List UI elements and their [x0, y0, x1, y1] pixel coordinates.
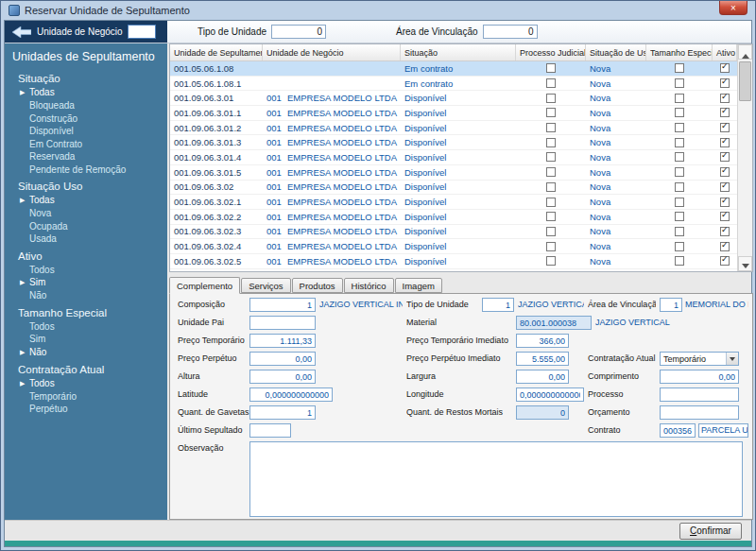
tab-historico[interactable]: Histórico	[344, 278, 394, 293]
unidade-pai-field[interactable]	[249, 316, 316, 330]
sidebar-item-em-contrato[interactable]: Em Contrato	[5, 138, 167, 151]
ativo-checkbox[interactable]	[720, 152, 730, 162]
tamanho-especial-checkbox[interactable]	[675, 198, 684, 207]
tab-complemento[interactable]: Complemento	[169, 277, 240, 294]
preco-perpetuo-field[interactable]	[249, 352, 316, 366]
tamanho-especial-checkbox[interactable]	[675, 227, 684, 236]
grid-row[interactable]: 001.09.06.3.02.1001EMPRESA MODELO LTDADi…	[170, 195, 737, 210]
grid-row[interactable]: 001.09.06.3.01.5001EMPRESA MODELO LTDADi…	[170, 165, 737, 181]
ultimo-sepultado-field[interactable]	[249, 423, 291, 438]
tamanho-especial-checkbox[interactable]	[675, 212, 684, 221]
grid-row[interactable]: 001.09.06.3.02001EMPRESA MODELO LTDADisp…	[170, 181, 737, 196]
chevron-down-icon[interactable]	[726, 353, 738, 365]
quant-restos-field[interactable]	[516, 405, 569, 420]
sidebar-item-nova[interactable]: Nova	[5, 207, 167, 220]
grid-scrollbar[interactable]	[737, 44, 752, 271]
back-arrow-icon[interactable]	[12, 26, 31, 38]
longitude-field[interactable]	[516, 387, 584, 402]
preco-temporario-field[interactable]	[249, 334, 316, 348]
ativo-checkbox[interactable]	[720, 212, 730, 221]
contrato-field[interactable]	[660, 423, 696, 438]
tamanho-especial-checkbox[interactable]	[675, 138, 684, 147]
processo-judicial-checkbox[interactable]	[546, 108, 556, 117]
tamanho-especial-checkbox[interactable]	[675, 242, 684, 251]
largura-field[interactable]	[516, 370, 569, 384]
processo-judicial-checkbox[interactable]	[546, 182, 556, 192]
column-header-tamanho-especial[interactable]: Tamanho Especial	[646, 44, 713, 60]
grid-row[interactable]: 001.09.06.3.01.3001EMPRESA MODELO LTDADi…	[170, 135, 737, 150]
grid-row[interactable]: 001.09.06.3.02.3001EMPRESA MODELO LTDADi…	[170, 225, 737, 240]
sidebar-item-ocupada[interactable]: Ocupada	[5, 220, 167, 233]
area-vinculacao-field[interactable]	[660, 298, 682, 312]
ativo-checkbox[interactable]	[720, 94, 730, 103]
grid-row[interactable]: 001.05.06.1.08Em contratoNova	[170, 61, 737, 77]
tipo-unidade-field[interactable]	[482, 298, 514, 312]
column-header-unidade-de-negocio[interactable]: Unidade de Negócio	[263, 44, 401, 60]
sidebar-item-sim[interactable]: Sim	[5, 333, 167, 346]
sidebar-item-temporario[interactable]: Temporário	[5, 390, 167, 404]
processo-judicial-checkbox[interactable]	[546, 167, 556, 177]
ativo-checkbox[interactable]	[720, 123, 730, 132]
observacao-field[interactable]	[249, 441, 743, 517]
sidebar-item-todos[interactable]: ▶Todos	[5, 377, 167, 390]
tab-imagem[interactable]: Imagem	[395, 278, 442, 293]
processo-judicial-checkbox[interactable]	[546, 78, 556, 88]
sidebar-item-nao[interactable]: ▶Não	[5, 346, 167, 359]
processo-judicial-checkbox[interactable]	[546, 94, 556, 103]
tamanho-especial-checkbox[interactable]	[675, 182, 684, 192]
ativo-checkbox[interactable]	[720, 78, 730, 88]
preco-perpetuo-imediato-field[interactable]	[516, 352, 569, 366]
sidebar-item-todos[interactable]: Todos	[5, 264, 167, 277]
processo-judicial-checkbox[interactable]	[546, 152, 556, 162]
quant-gavetas-field[interactable]	[249, 405, 316, 420]
tab-produtos[interactable]: Produtos	[292, 278, 343, 293]
grid-row[interactable]: 001.09.06.3.01001EMPRESA MODELO LTDADisp…	[170, 91, 737, 106]
tamanho-especial-checkbox[interactable]	[675, 152, 684, 162]
tab-servicos[interactable]: Serviços	[241, 278, 290, 293]
composicao-field[interactable]	[249, 298, 316, 312]
ativo-checkbox[interactable]	[720, 242, 730, 251]
ativo-checkbox[interactable]	[720, 63, 730, 73]
ativo-checkbox[interactable]	[720, 108, 730, 117]
ativo-checkbox[interactable]	[720, 256, 730, 266]
sidebar-item-todas[interactable]: ▶Todas	[5, 194, 167, 207]
column-header-situacao-de-uso[interactable]: Situação de Uso	[586, 44, 646, 60]
unit-type-input[interactable]	[271, 25, 326, 39]
close-button[interactable]: ×	[719, 1, 747, 15]
processo-judicial-checkbox[interactable]	[546, 212, 556, 221]
processo-judicial-checkbox[interactable]	[546, 256, 556, 266]
preco-temporario-imediato-field[interactable]	[516, 334, 569, 348]
business-unit-input[interactable]	[128, 25, 156, 39]
grid-row[interactable]: 001.09.06.3.02.4001EMPRESA MODELO LTDADi…	[170, 239, 737, 254]
scroll-up-icon[interactable]	[738, 44, 752, 60]
tamanho-especial-checkbox[interactable]	[675, 167, 684, 177]
tamanho-especial-checkbox[interactable]	[675, 94, 684, 103]
grid-row[interactable]: 001.09.06.3.01.1001EMPRESA MODELO LTDADi…	[170, 106, 737, 121]
column-header-ativo[interactable]: Ativo	[713, 44, 737, 60]
scroll-thumb[interactable]	[739, 61, 751, 101]
ativo-checkbox[interactable]	[720, 167, 730, 177]
processo-judicial-checkbox[interactable]	[546, 227, 556, 236]
sidebar-item-pendente-de-remocao[interactable]: Pendente de Remoção	[5, 164, 167, 177]
sidebar-item-construcao[interactable]: Construção	[5, 112, 167, 126]
processo-judicial-checkbox[interactable]	[546, 198, 556, 207]
sidebar-item-disponivel[interactable]: Disponível	[5, 125, 167, 138]
latitude-field[interactable]	[249, 387, 333, 402]
grid-row[interactable]: 001.05.06.1.08.1Em contratoNova	[170, 77, 737, 92]
ativo-checkbox[interactable]	[720, 198, 730, 207]
contratacao-atual-select[interactable]: Temporário	[660, 352, 739, 366]
sidebar-item-perpetuo[interactable]: Perpétuo	[5, 403, 167, 416]
tamanho-especial-checkbox[interactable]	[675, 256, 684, 266]
grid-row[interactable]: 001.09.06.3.01.4001EMPRESA MODELO LTDADi…	[170, 150, 737, 165]
tamanho-especial-checkbox[interactable]	[675, 63, 684, 73]
ativo-checkbox[interactable]	[720, 227, 730, 236]
processo-judicial-checkbox[interactable]	[546, 242, 556, 251]
processo-field[interactable]	[660, 387, 739, 402]
column-header-processo-judicial[interactable]: Processo Judicial	[516, 44, 586, 60]
tamanho-especial-checkbox[interactable]	[675, 108, 684, 117]
titlebar[interactable]: Reservar Unidade de Sepultamento ×	[4, 1, 752, 20]
linked-area-input[interactable]	[483, 25, 538, 39]
processo-judicial-checkbox[interactable]	[546, 63, 556, 73]
column-header-unidade-de-sepultamento[interactable]: Unidade de Sepultamento	[170, 44, 263, 60]
processo-judicial-checkbox[interactable]	[546, 123, 556, 132]
